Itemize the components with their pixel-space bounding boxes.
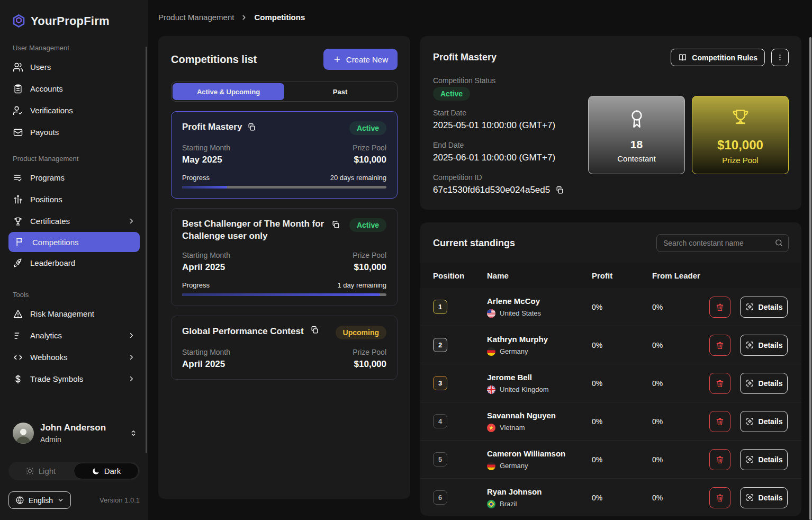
- create-new-button[interactable]: Create New: [323, 49, 398, 70]
- position-badge: 4: [433, 414, 447, 428]
- breadcrumb-parent[interactable]: Product Management: [158, 13, 234, 22]
- competition-card-profit-mastery[interactable]: Profit Mastery Active Starting Month Pri…: [171, 111, 398, 199]
- delete-button[interactable]: [709, 449, 730, 470]
- table-row: 1 Arlene McCoy United States 0% 0% Detai…: [420, 288, 801, 326]
- progress-label: Progress: [182, 174, 210, 182]
- details-label: Details: [759, 494, 783, 502]
- delete-button[interactable]: [709, 487, 730, 508]
- table-row: 3 Jerome Bell United Kingdom 0% 0% Detai…: [420, 364, 801, 402]
- copy-icon[interactable]: [555, 186, 564, 195]
- sidebar-item-users[interactable]: Users: [0, 56, 148, 78]
- chart-icon: [13, 194, 23, 205]
- delete-button[interactable]: [709, 335, 730, 356]
- medal-icon: [625, 107, 648, 131]
- details-icon: [745, 340, 754, 349]
- tab-active-upcoming[interactable]: Active & Upcoming: [173, 83, 284, 100]
- delete-button[interactable]: [709, 411, 730, 432]
- copy-icon[interactable]: [310, 326, 319, 335]
- details-button[interactable]: Details: [740, 487, 788, 508]
- competition-rules-button[interactable]: Competition Rules: [671, 49, 765, 66]
- trash-icon: [715, 455, 725, 464]
- avatar: [13, 423, 34, 444]
- starting-month-label: Starting Month: [182, 251, 230, 259]
- details-label: Details: [759, 341, 783, 349]
- prize-pool-label: Prize Pool: [353, 144, 386, 152]
- details-button[interactable]: Details: [740, 335, 788, 356]
- sun-icon: [25, 467, 34, 476]
- sidebar-item-leaderboard[interactable]: Leaderboard: [0, 252, 148, 274]
- details-button[interactable]: Details: [740, 297, 788, 318]
- section-product-management: Product Management: [0, 155, 148, 163]
- contestant-count: 18: [630, 138, 643, 151]
- more-options-button[interactable]: [771, 49, 789, 66]
- table-row: 5 Cameron Williamson Germany 0% 0% Detai…: [420, 441, 801, 479]
- competitions-tabs: Active & Upcoming Past: [171, 82, 398, 102]
- trash-icon: [715, 417, 725, 426]
- details-label: Details: [759, 379, 783, 388]
- status-badge: Upcoming: [336, 326, 386, 339]
- flag-icon: [487, 309, 495, 318]
- profit-value: 0%: [592, 494, 652, 502]
- current-standings-panel: Current standings Position Name Profit F…: [420, 222, 801, 516]
- progress-fill: [182, 186, 227, 189]
- from-leader-value: 0%: [652, 455, 709, 464]
- profit-value: 0%: [592, 379, 652, 388]
- main-content: Product Management Competitions Competit…: [148, 0, 812, 520]
- prize-pool-value: $10,000: [354, 359, 386, 370]
- copy-icon[interactable]: [331, 220, 340, 229]
- details-icon: [745, 302, 754, 311]
- competition-card-title: Best Challenger of The Month for Challen…: [182, 218, 325, 243]
- competition-card-global-performance[interactable]: Global Performance Contest Upcoming Star…: [171, 316, 398, 380]
- competition-details-panel: Profit Mastery Competition Rules Competi…: [420, 36, 801, 210]
- sidebar-item-label: Positions: [30, 195, 62, 204]
- breadcrumb: Product Management Competitions: [148, 0, 812, 22]
- search-input[interactable]: [656, 234, 789, 252]
- language-select[interactable]: English: [8, 491, 71, 509]
- from-leader-value: 0%: [652, 379, 709, 388]
- delete-button[interactable]: [709, 373, 730, 394]
- details-button[interactable]: Details: [740, 373, 788, 394]
- details-button[interactable]: Details: [740, 411, 788, 432]
- search-icon: [774, 238, 783, 247]
- sidebar-item-certificates[interactable]: Certificates: [0, 210, 148, 232]
- sidebar-item-label: Competitions: [32, 238, 79, 247]
- profile-menu[interactable]: John Anderson Admin: [0, 423, 148, 444]
- sidebar-item-accounts[interactable]: Accounts: [0, 78, 148, 100]
- sidebar-item-label: Webhooks: [30, 353, 68, 362]
- sidebar-item-label: Analytics: [30, 331, 62, 340]
- warning-icon: [13, 309, 23, 319]
- sidebar-item-label: Accounts: [30, 84, 63, 93]
- theme-light-button[interactable]: Light: [8, 462, 73, 480]
- section-user-management: User Management: [0, 44, 148, 52]
- users-icon: [13, 62, 23, 73]
- sidebar-item-positions[interactable]: Positions: [0, 189, 148, 210]
- copy-icon[interactable]: [247, 123, 256, 132]
- trophy-icon: [728, 106, 753, 130]
- contestant-country: Germany: [500, 462, 528, 470]
- profile-name: John Anderson: [40, 423, 106, 433]
- sidebar-item-competitions[interactable]: Competitions: [8, 232, 140, 252]
- column-profit: Profit: [592, 271, 652, 280]
- sidebar-item-risk-management[interactable]: Risk Management: [0, 303, 148, 325]
- prize-pool-value: $10,000: [354, 262, 386, 273]
- sidebar-item-trade-symbols[interactable]: Trade Symbols: [0, 368, 148, 390]
- column-name: Name: [487, 271, 592, 280]
- sidebar-item-programs[interactable]: Programs: [0, 167, 148, 189]
- delete-button[interactable]: [709, 297, 730, 318]
- sidebar-item-verifications[interactable]: Verifications: [0, 100, 148, 121]
- competition-rules-label: Competition Rules: [692, 53, 757, 62]
- sidebar-item-webhooks[interactable]: Webhooks: [0, 346, 148, 368]
- sidebar-item-label: Trade Symbols: [30, 374, 83, 383]
- sidebar-item-analytics[interactable]: Analytics: [0, 325, 148, 346]
- sidebar-item-payouts[interactable]: Payouts: [0, 121, 148, 143]
- competition-card-title: Profit Mastery: [182, 121, 242, 133]
- theme-dark-button[interactable]: Dark: [74, 463, 139, 479]
- sidebar-item-label: Programs: [30, 173, 65, 182]
- window-scrollbar[interactable]: [809, 37, 811, 520]
- tab-past[interactable]: Past: [284, 83, 396, 100]
- competitions-list-title: Competitions list: [171, 53, 257, 66]
- sidebar-scrollbar[interactable]: [146, 47, 147, 453]
- competition-card-best-challenger[interactable]: Best Challenger of The Month for Challen…: [171, 208, 398, 306]
- details-button[interactable]: Details: [740, 449, 788, 470]
- user-check-icon: [13, 105, 23, 116]
